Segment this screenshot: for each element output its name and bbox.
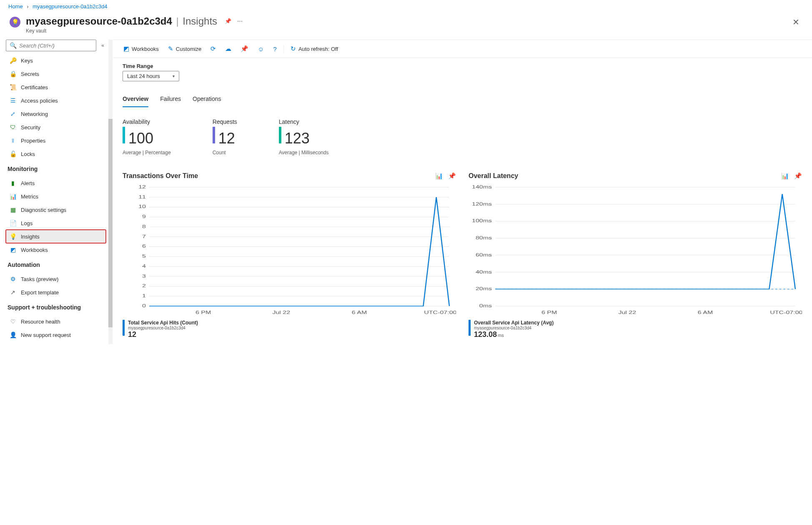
- breadcrumb: Home › myasegpuresource-0a1b2c3d4: [0, 0, 812, 13]
- nav-icon: ♡: [9, 318, 17, 325]
- sidebar-item-tasks-preview-[interactable]: ⚙Tasks (preview): [6, 272, 106, 286]
- svg-text:20ms: 20ms: [476, 286, 492, 291]
- svg-text:💡: 💡: [12, 19, 19, 26]
- nav-label: Resource health: [21, 319, 60, 325]
- nav-icon: ◩: [9, 246, 17, 254]
- sidebar-item-properties[interactable]: ⫴Properties: [6, 134, 106, 147]
- sidebar-item-locks[interactable]: 🔓Locks: [6, 147, 106, 161]
- nav-label: Logs: [21, 220, 33, 226]
- svg-text:120ms: 120ms: [472, 202, 492, 206]
- workbooks-button[interactable]: ◩ Workbooks: [120, 43, 162, 54]
- svg-text:5: 5: [142, 254, 146, 259]
- chart-legend: Total Service Api Hits (Count) myasegpur…: [123, 320, 456, 339]
- chart-legend: Overall Service Api Latency (Avg) myaseg…: [469, 320, 802, 339]
- main-content: ◩ Workbooks ✎ Customize ⟳ ☁ 📌 ☺ ? ↻ Auto…: [113, 40, 812, 344]
- nav-label: Certificates: [21, 84, 48, 90]
- nav-label: Keys: [21, 58, 33, 64]
- smiley-icon: ☺: [258, 45, 264, 53]
- metric-availability: Availability 100 Average | Percentage: [123, 118, 171, 156]
- pin-chart-icon[interactable]: 📌: [794, 172, 802, 180]
- keyvault-icon: 💡: [8, 15, 22, 29]
- expand-chart-icon[interactable]: 📊: [781, 172, 789, 180]
- sidebar-item-access-policies[interactable]: ☰Access policies: [6, 94, 106, 107]
- tab-failures[interactable]: Failures: [160, 93, 181, 107]
- sidebar-item-keys[interactable]: 🔑Keys: [6, 54, 106, 67]
- search-input[interactable]: [19, 43, 93, 49]
- refresh-icon: ⟳: [211, 45, 216, 53]
- sidebar-item-certificates[interactable]: 📜Certificates: [6, 80, 106, 94]
- sidebar-item-diagnostic-settings[interactable]: ▦Diagnostic settings: [6, 203, 106, 216]
- time-range-select[interactable]: Last 24 hours ▾: [123, 71, 179, 81]
- nav-icon: ⤢: [9, 110, 17, 118]
- nav-label: Properties: [21, 138, 45, 144]
- refresh-button[interactable]: ⟳: [207, 43, 219, 54]
- tab-operations[interactable]: Operations: [193, 93, 221, 107]
- svg-text:6 AM: 6 AM: [698, 310, 713, 315]
- sidebar-item-workbooks[interactable]: ◩Workbooks: [6, 243, 106, 256]
- breadcrumb-resource[interactable]: myasegpuresource-0a1b2c3d4: [33, 3, 107, 10]
- chart-title: Transactions Over Time: [123, 172, 198, 180]
- svg-text:3: 3: [142, 274, 146, 279]
- nav-icon: 🔑: [9, 57, 17, 64]
- close-button[interactable]: ✕: [788, 15, 804, 29]
- svg-text:4: 4: [142, 264, 146, 269]
- pin-chart-icon[interactable]: 📌: [448, 172, 456, 180]
- time-range-label: Time Range: [123, 63, 802, 69]
- sidebar-item-alerts[interactable]: ▮Alerts: [6, 176, 106, 190]
- cloud-icon: ☁: [225, 45, 231, 53]
- svg-text:11: 11: [138, 195, 146, 199]
- collapse-sidebar-icon[interactable]: «: [100, 41, 106, 50]
- auto-refresh-button[interactable]: ↻ Auto refresh: Off: [287, 43, 341, 54]
- clock-refresh-icon: ↻: [291, 45, 296, 53]
- sidebar-item-metrics[interactable]: 📊Metrics: [6, 190, 106, 203]
- sidebar-scrollbar[interactable]: [108, 40, 113, 344]
- nav-icon: ↗: [9, 289, 17, 296]
- chevron-down-icon: ▾: [173, 74, 175, 78]
- sidebar-item-insights[interactable]: 💡Insights: [6, 230, 106, 243]
- sidebar-item-resource-health[interactable]: ♡Resource health: [6, 315, 106, 328]
- pin-icon: 📌: [241, 45, 248, 53]
- sidebar-item-logs[interactable]: 📄Logs: [6, 216, 106, 230]
- nav-icon: ▦: [9, 206, 17, 214]
- metric-requests: Requests 12 Count: [213, 118, 237, 156]
- search-icon: 🔍: [10, 42, 17, 49]
- sidebar-item-new-support-request[interactable]: 👤New support request: [6, 328, 106, 342]
- svg-text:1: 1: [142, 294, 146, 298]
- nav-section-automation: Automation: [6, 256, 112, 271]
- tab-overview[interactable]: Overview: [123, 93, 148, 107]
- sidebar-item-networking[interactable]: ⤢Networking: [6, 107, 106, 121]
- sidebar-item-secrets[interactable]: 🔒Secrets: [6, 67, 106, 80]
- nav-label: New support request: [21, 332, 71, 338]
- nav-label: Diagnostic settings: [21, 207, 66, 213]
- chart-transactions: Transactions Over Time 📊 📌 0123456789101…: [123, 172, 456, 339]
- svg-text:0ms: 0ms: [479, 304, 492, 308]
- svg-text:40ms: 40ms: [476, 270, 492, 274]
- pin-button[interactable]: 📌: [237, 43, 252, 54]
- nav-section-support: Support + troubleshooting: [6, 299, 112, 313]
- sidebar-item-export-template[interactable]: ↗Export template: [6, 286, 106, 299]
- expand-chart-icon[interactable]: 📊: [435, 172, 443, 180]
- feedback-button[interactable]: ☺: [254, 44, 267, 54]
- nav-label: Networking: [21, 111, 48, 117]
- svg-text:12: 12: [138, 185, 146, 189]
- sidebar-item-security[interactable]: 🛡Security: [6, 121, 106, 134]
- nav-icon: 📊: [9, 193, 17, 200]
- page-title: myasegpuresource-0a1b2c3d4: [26, 15, 172, 27]
- page-header: 💡 myasegpuresource-0a1b2c3d4 | Insights …: [0, 13, 812, 40]
- svg-text:100ms: 100ms: [472, 219, 492, 223]
- link-button[interactable]: ☁: [222, 43, 235, 54]
- svg-text:6: 6: [142, 244, 146, 249]
- pin-icon[interactable]: 📌: [225, 18, 231, 24]
- nav-label: Alerts: [21, 180, 35, 186]
- nav-label: Workbooks: [21, 247, 48, 253]
- svg-text:2: 2: [142, 284, 146, 289]
- more-icon[interactable]: ⋯: [237, 18, 243, 24]
- customize-button[interactable]: ✎ Customize: [165, 43, 205, 54]
- breadcrumb-home[interactable]: Home: [8, 3, 23, 10]
- nav-icon: 📄: [9, 219, 17, 227]
- nav-icon: 🛡: [9, 123, 17, 131]
- workbooks-icon: ◩: [123, 45, 129, 53]
- sidebar-search[interactable]: 🔍: [6, 40, 96, 51]
- nav-label: Access policies: [21, 98, 58, 104]
- help-button[interactable]: ?: [270, 44, 280, 54]
